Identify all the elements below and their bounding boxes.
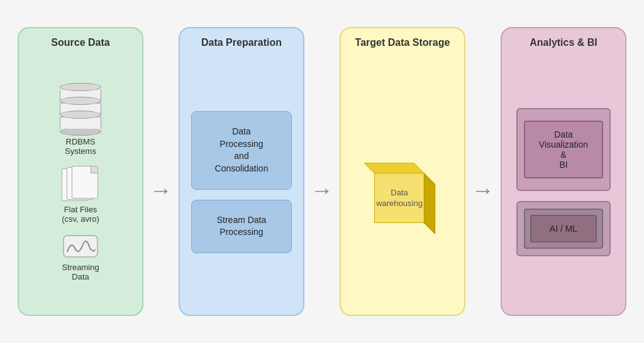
aiml-box: AI / ML xyxy=(516,201,611,256)
arrow-1: → xyxy=(150,177,172,204)
analytics-items: DataVisualization&BI AI / ML xyxy=(509,60,618,305)
flatfiles-label: Flat Files(csv, avro) xyxy=(62,205,99,224)
stream-processing-box: Stream DataProcessing xyxy=(191,200,292,253)
target-storage-column: Target Data Storage Datawarehousing xyxy=(340,27,465,316)
cube-top-face xyxy=(364,163,425,174)
streaming-item: StreamingData xyxy=(62,234,99,281)
source-data-title: Source Data xyxy=(51,37,109,48)
cube-right-face xyxy=(424,173,435,234)
target-storage-title: Target Data Storage xyxy=(355,37,450,48)
streaming-label: StreamingData xyxy=(62,263,99,281)
aiml-inner: AI / ML xyxy=(530,215,597,242)
warehouse-label: Datawarehousing xyxy=(374,187,425,209)
rdbms-label: RDBMSSystems xyxy=(65,137,96,156)
aiml-middle: AI / ML xyxy=(524,209,603,249)
data-processing-box: DataProcessingandConsolidation xyxy=(191,111,292,189)
source-items: RDBMSSystems Flat Files(csv, avro) xyxy=(26,60,135,305)
streaming-icon xyxy=(62,234,99,259)
flatfiles-icon xyxy=(62,166,99,201)
source-data-column: Source Data xyxy=(18,27,143,316)
prep-items: DataProcessingandConsolidation Stream Da… xyxy=(187,60,296,305)
data-preparation-column: Data Preparation DataProcessingandConsol… xyxy=(179,27,304,316)
data-preparation-title: Data Preparation xyxy=(201,37,282,48)
svg-rect-0 xyxy=(64,236,97,257)
flatfiles-item: Flat Files(csv, avro) xyxy=(62,166,99,224)
arrow-3: → xyxy=(472,177,494,204)
analytics-bi-column: Analytics & BI DataVisualization&BI AI /… xyxy=(501,27,626,316)
architecture-diagram: Source Data xyxy=(5,14,639,329)
rdbms-item: RDBMSSystems xyxy=(60,83,101,156)
database-icon xyxy=(60,83,101,133)
data-viz-inner: DataVisualization&BI xyxy=(524,121,603,178)
arrow-2: → xyxy=(311,177,333,204)
analytics-bi-title: Analytics & BI xyxy=(530,37,597,48)
data-viz-box: DataVisualization&BI xyxy=(516,108,611,191)
target-items: Datawarehousing xyxy=(348,60,457,305)
data-warehouse-item: Datawarehousing xyxy=(358,126,447,239)
